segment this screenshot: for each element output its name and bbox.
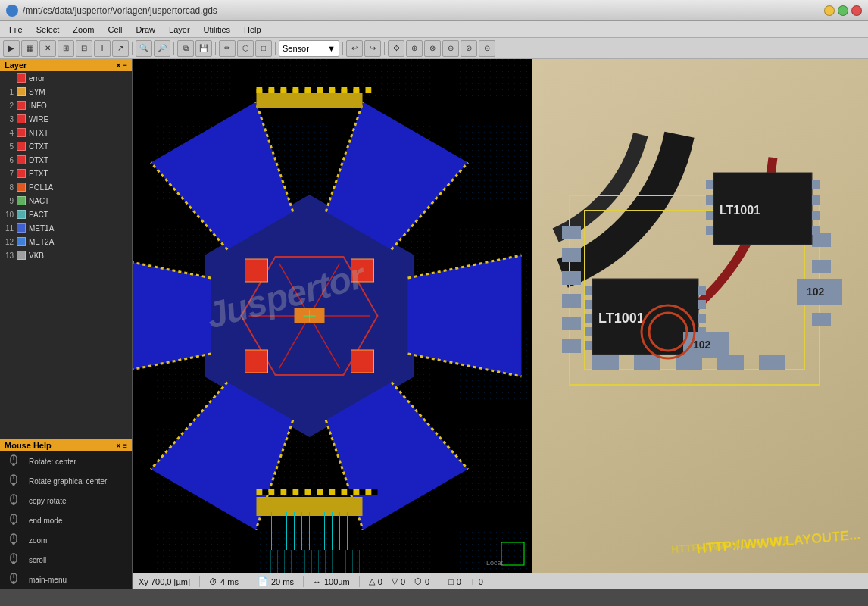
tool-extra3[interactable]: ⊗	[424, 40, 441, 57]
menu-file[interactable]: File	[3, 23, 29, 36]
toolbar-sep5	[342, 42, 343, 55]
tool-extra4[interactable]: ⊖	[442, 40, 459, 57]
layer-name-label: SYM	[29, 88, 45, 96]
canvas-3d[interactable]	[532, 59, 868, 573]
view-area: Juspertor 3D View × ≡ □ ◈	[133, 59, 868, 589]
layer-row-ntxt[interactable]: 4 NTXT	[0, 126, 132, 139]
tool-undo[interactable]: ↩	[346, 40, 363, 57]
menu-layer[interactable]: Layer	[163, 23, 196, 36]
tool-extra1[interactable]: ⚙	[388, 40, 404, 57]
minimize-button[interactable]	[824, 5, 835, 16]
svg-point-5	[12, 483, 15, 486]
tool-group1[interactable]: ⊞	[58, 40, 74, 57]
statusbar: Xy 700,0 [µm] ⏱ 4 ms 📄 20 ms ↔ 100µm △0 …	[133, 573, 868, 589]
status-sep1	[199, 576, 200, 587]
layer-num: 8	[3, 183, 14, 192]
layer-color-met1a	[17, 223, 26, 233]
toolbar: ▶ ▦ ✕ ⊞ ⊟ T ↗ 🔍 🔎 ⧉ 💾 ✏ ⬡ □ Sensor ▼ ↩ ↪…	[0, 38, 868, 59]
layer-row-ctxt[interactable]: 5 CTXT	[0, 139, 132, 153]
mouse-label: copy rotate	[29, 497, 66, 505]
tool-text[interactable]: T	[94, 40, 111, 57]
scale-icon: ↔	[313, 577, 321, 586]
app-icon	[6, 5, 18, 17]
layer-color-met2a	[17, 237, 26, 246]
mouse-help-item: main-menu	[0, 570, 132, 589]
window-controls	[824, 5, 862, 16]
layer-row-dtxt[interactable]: 6 DTXT	[0, 153, 132, 167]
layer-header: Layer × ≡	[0, 59, 132, 71]
layer-num: 12	[3, 238, 14, 246]
mouse-label: zoom	[29, 536, 47, 545]
mouse-label: end mode	[29, 517, 62, 525]
tool-zoom-out[interactable]: 🔎	[154, 40, 170, 57]
layer-row-ptxt[interactable]: 7 PTXT	[0, 167, 132, 180]
toolbar-sep1	[132, 42, 133, 55]
canvas-area: Juspertor 3D View × ≡ □ ◈	[133, 59, 868, 573]
layer-row-pact[interactable]: 10 PACT	[0, 208, 132, 221]
layer-row-error[interactable]: error	[0, 71, 132, 85]
svg-point-17	[12, 561, 15, 564]
status-val3: ⬡0	[414, 576, 429, 586]
mousehelp-header: Mouse Help × ≡	[0, 439, 132, 451]
tool-select-box[interactable]: ▦	[21, 40, 38, 57]
layer-row-nact[interactable]: 9 NACT	[0, 194, 132, 208]
close-button[interactable]	[851, 5, 862, 16]
svg-point-14	[12, 542, 15, 545]
tool-draw2[interactable]: ⬡	[237, 40, 254, 57]
tool-draw3[interactable]: □	[255, 40, 272, 57]
title-text: /mnt/cs/data/juspertor/vorlagen/jusperto…	[23, 5, 217, 16]
layer-num: 11	[3, 224, 14, 233]
canvas-2d[interactable]	[133, 59, 532, 573]
layer-row-wire[interactable]: 3 WIRE	[0, 112, 132, 126]
maximize-button[interactable]	[838, 5, 848, 16]
status-time1: ⏱ 4 ms	[209, 577, 239, 586]
layer-num: 9	[3, 197, 14, 205]
mouse-help-item: copy rotate	[0, 491, 132, 511]
mouse-icon-mouse-left	[3, 453, 24, 470]
mouse-label: scroll	[29, 556, 46, 564]
layer-row-sym[interactable]: 1 SYM	[0, 85, 132, 98]
mousehelp-controls: × ≡	[117, 442, 127, 450]
tool-extra2[interactable]: ⊕	[406, 40, 423, 57]
layer-row-pol1a[interactable]: 8 POL1A	[0, 180, 132, 194]
mousehelp-panel: Mouse Help × ≡ Rotate: center Rotate gra…	[0, 439, 132, 589]
tool-redo[interactable]: ↪	[364, 40, 381, 57]
layer-name-label: PTXT	[29, 170, 48, 178]
layer-color-sym	[17, 87, 26, 96]
tool-group2[interactable]: ⊟	[76, 40, 92, 57]
tool-zoom-in[interactable]: 🔍	[136, 40, 152, 57]
status-sep4	[359, 576, 360, 587]
titlebar: /mnt/cs/data/juspertor/vorlagen/jusperto…	[0, 0, 868, 21]
view-3d: 3D View × ≡ □ ◈ ⬡ 📷 ↖ ↗	[532, 59, 868, 573]
menu-zoom[interactable]: Zoom	[67, 23, 100, 36]
menu-select[interactable]: Select	[30, 23, 66, 36]
layer-name-label: CTXT	[29, 142, 48, 151]
layer-row-met1a[interactable]: 11 MET1A	[0, 221, 132, 235]
menu-draw[interactable]: Draw	[130, 23, 161, 36]
tool-copy[interactable]: ⧉	[177, 40, 194, 57]
layer-rows: error 1 SYM 2 INFO 3 WIRE 4 NTXT 5 CTXT …	[0, 71, 132, 262]
layer-title: Layer	[5, 61, 27, 70]
layer-row-vkb[interactable]: 13 VKB	[0, 248, 132, 262]
layer-row-info[interactable]: 2 INFO	[0, 98, 132, 112]
clock2-icon: 📄	[258, 576, 268, 586]
mouse-help-item: Rotate: center	[0, 451, 132, 471]
layer-color-info	[17, 101, 26, 110]
svg-point-11	[12, 522, 15, 525]
menu-cell[interactable]: Cell	[101, 23, 128, 36]
tool-extra6[interactable]: ⊙	[479, 40, 495, 57]
menu-help[interactable]: Help	[238, 23, 267, 36]
tool-save[interactable]: 💾	[195, 40, 212, 57]
layer-row-met2a[interactable]: 12 MET2A	[0, 235, 132, 248]
menu-utilities[interactable]: Utilities	[198, 23, 236, 36]
layer-name-label: VKB	[29, 251, 44, 260]
layer-color-ptxt	[17, 169, 26, 178]
sensor-dropdown[interactable]: Sensor ▼	[279, 40, 339, 57]
layer-num: 10	[3, 211, 14, 219]
tool-arrow[interactable]: ▶	[3, 40, 20, 57]
tool-extra5[interactable]: ⊘	[461, 40, 477, 57]
view-2d[interactable]: Juspertor	[133, 59, 532, 573]
tool-select-cross[interactable]: ✕	[39, 40, 56, 57]
tool-pointer[interactable]: ↗	[112, 40, 129, 57]
tool-draw1[interactable]: ✏	[219, 40, 236, 57]
